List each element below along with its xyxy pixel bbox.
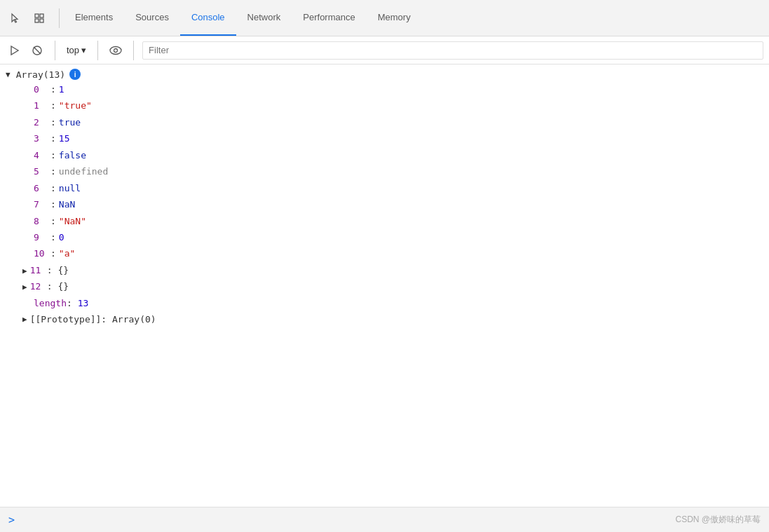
- tab-sources[interactable]: Sources: [124, 0, 180, 36]
- array-items: 0 : 1 1 : "true" 2 : true 3 : 15 4 : fal…: [0, 81, 769, 328]
- tab-console[interactable]: Console: [180, 0, 236, 36]
- devtools-icons: [6, 8, 49, 28]
- array-item-5: 5 : undefined: [0, 163, 769, 179]
- filter-input[interactable]: [142, 41, 763, 60]
- tab-bar: Elements Sources Console Network Perform…: [0, 0, 769, 36]
- collapse-arrow[interactable]: ▼: [6, 70, 11, 79]
- tab-memory[interactable]: Memory: [367, 0, 422, 36]
- obj-arrow-12[interactable]: ▶: [22, 281, 27, 294]
- array-item-7: 7 : NaN: [0, 196, 769, 212]
- array-item-11[interactable]: ▶ 11 : {}: [0, 262, 769, 278]
- svg-rect-2: [35, 19, 39, 22]
- toolbar-divider: [55, 41, 55, 60]
- tab-elements[interactable]: Elements: [64, 0, 124, 36]
- divider-1: [59, 8, 60, 28]
- toolbar-divider-2: [97, 41, 98, 60]
- array-item-1: 1 : "true": [0, 97, 769, 114]
- tab-network[interactable]: Network: [236, 0, 292, 36]
- array-item-2: 2 : true: [0, 114, 769, 130]
- execute-icon[interactable]: [6, 41, 24, 60]
- svg-rect-3: [40, 19, 43, 22]
- prototype-line[interactable]: ▶ [[Prototype]]: Array(0): [0, 311, 769, 327]
- context-selector[interactable]: top ▾: [64, 43, 89, 57]
- array-item-4: 4 : false: [0, 147, 769, 163]
- svg-marker-4: [11, 46, 18, 55]
- svg-point-7: [110, 46, 121, 54]
- inspect-icon[interactable]: [29, 8, 49, 28]
- array-item-6: 6 : null: [0, 180, 769, 196]
- array-item-0: 0 : 1: [0, 81, 769, 97]
- bottom-bar: > CSDN @傲娇味的草莓: [0, 507, 769, 532]
- array-length: length : 13: [0, 295, 769, 311]
- info-badge[interactable]: i: [69, 69, 81, 80]
- array-item-10: 10 : "a": [0, 245, 769, 261]
- svg-point-8: [114, 48, 118, 52]
- obj-arrow-11[interactable]: ▶: [22, 265, 27, 278]
- array-label: Array(13): [16, 69, 65, 80]
- tabs-container: Elements Sources Console Network Perform…: [64, 0, 763, 36]
- svg-line-6: [34, 47, 41, 54]
- eye-icon[interactable]: [107, 41, 125, 60]
- cursor-icon[interactable]: [6, 8, 25, 28]
- array-item-9: 9 : 0: [0, 229, 769, 245]
- clear-icon[interactable]: [28, 41, 46, 60]
- array-item-12[interactable]: ▶ 12 : {}: [0, 278, 769, 294]
- svg-rect-0: [35, 14, 39, 18]
- console-toolbar: top ▾: [0, 36, 769, 64]
- array-item-8: 8 : "NaN": [0, 213, 769, 229]
- array-header[interactable]: ▼ Array(13) i: [0, 67, 769, 81]
- prompt-icon[interactable]: >: [8, 514, 15, 526]
- array-item-3: 3 : 15: [0, 130, 769, 146]
- prototype-arrow[interactable]: ▶: [22, 313, 27, 326]
- tab-performance[interactable]: Performance: [292, 0, 366, 36]
- toolbar-divider-3: [133, 41, 134, 60]
- watermark: CSDN @傲娇味的草莓: [675, 514, 761, 526]
- svg-rect-1: [40, 14, 43, 18]
- console-output: ▼ Array(13) i 0 : 1 1 : "true" 2 : true …: [0, 64, 769, 507]
